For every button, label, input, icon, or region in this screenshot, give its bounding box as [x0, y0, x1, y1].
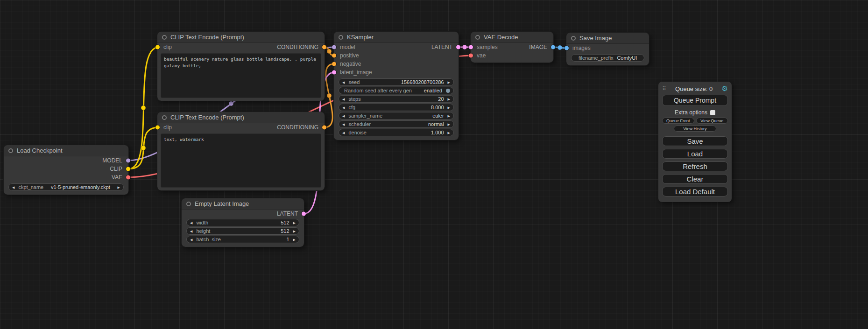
- queue-front-button[interactable]: Queue Front: [662, 118, 694, 124]
- clip-input-pin[interactable]: [155, 126, 160, 130]
- node-title-bar[interactable]: Save Image: [566, 33, 649, 44]
- increment-arrow-icon[interactable]: ▶: [448, 131, 450, 134]
- decrement-arrow-icon[interactable]: ◀: [342, 98, 345, 101]
- node-load-checkpoint[interactable]: Load Checkpoint MODEL CLIP VAE ◀ ckpt_na…: [4, 145, 128, 195]
- node-title-bar[interactable]: CLIP Text Encode (Prompt): [157, 32, 325, 43]
- next-value-arrow-icon[interactable]: ▶: [448, 123, 450, 126]
- prev-value-arrow-icon[interactable]: ◀: [342, 114, 345, 118]
- vae-input-pin[interactable]: [469, 54, 473, 58]
- node-collapse-dot-icon[interactable]: [8, 148, 13, 153]
- prompt-textarea[interactable]: beautiful scenery nature glass bottle la…: [161, 53, 321, 98]
- widget-value: 156680208700286: [401, 80, 444, 85]
- widget-filename-prefix[interactable]: filename_prefix ComfyUI: [571, 54, 644, 62]
- view-queue-button[interactable]: View Queue: [696, 118, 728, 124]
- latent-output-pin[interactable]: [302, 212, 306, 216]
- increment-arrow-icon[interactable]: ▶: [448, 81, 450, 84]
- increment-arrow-icon[interactable]: ▶: [293, 238, 296, 241]
- widget-ckpt-name[interactable]: ◀ ckpt_name v1-5-pruned-emaonly.ckpt ▶: [8, 183, 124, 191]
- slot-label: samples: [477, 44, 498, 50]
- decrement-arrow-icon[interactable]: ◀: [342, 81, 345, 84]
- output-slot-vae: VAE: [4, 173, 128, 182]
- widget-cfg[interactable]: ◀ cfg 8.000 ▶: [339, 104, 454, 111]
- next-value-arrow-icon[interactable]: ▶: [118, 186, 120, 189]
- images-input-pin[interactable]: [565, 46, 569, 50]
- prompt-textarea[interactable]: text, watermark: [161, 133, 321, 188]
- clip-output-pin[interactable]: [126, 167, 130, 171]
- node-title-bar[interactable]: Empty Latent Image: [182, 198, 304, 210]
- next-value-arrow-icon[interactable]: ▶: [448, 114, 450, 118]
- node-save-image[interactable]: Save Image images filename_prefix ComfyU…: [566, 33, 649, 65]
- widget-width[interactable]: ◀ width 512 ▶: [186, 219, 299, 226]
- vae-output-pin[interactable]: [126, 175, 130, 180]
- widget-height[interactable]: ◀ height 512 ▶: [186, 227, 299, 235]
- node-collapse-dot-icon[interactable]: [339, 35, 343, 40]
- node-ksampler[interactable]: KSampler model LATENT positive negative …: [334, 32, 459, 140]
- negative-input-pin[interactable]: [332, 62, 336, 66]
- settings-gear-icon[interactable]: ⚙: [722, 84, 728, 93]
- node-title: CLIP Text Encode (Prompt): [170, 34, 244, 41]
- view-history-button[interactable]: View History: [674, 126, 716, 132]
- slot-row: samples IMAGE: [471, 43, 553, 51]
- clip-input-pin[interactable]: [155, 45, 160, 49]
- node-title-bar[interactable]: KSampler: [334, 32, 459, 43]
- widget-value: 512: [281, 229, 289, 234]
- node-empty-latent-image[interactable]: Empty Latent Image LATENT ◀ width 512 ▶ …: [182, 198, 304, 247]
- node-clip-text-encode-negative[interactable]: CLIP Text Encode (Prompt) clip CONDITION…: [157, 112, 325, 190]
- prev-value-arrow-icon[interactable]: ◀: [342, 123, 345, 126]
- latent-image-input-pin[interactable]: [332, 70, 336, 75]
- drag-handle-icon[interactable]: ⠿: [662, 85, 666, 92]
- conditioning-output-pin[interactable]: [322, 126, 326, 130]
- node-title-bar[interactable]: VAE Decode: [471, 32, 553, 43]
- refresh-button[interactable]: Refresh: [662, 161, 728, 171]
- node-title-bar[interactable]: CLIP Text Encode (Prompt): [157, 112, 325, 123]
- wire-clip-to-negative-prompt: [128, 127, 159, 169]
- wire-clip-bottom-midpoint-dot: [141, 146, 146, 150]
- image-output-pin[interactable]: [551, 45, 555, 49]
- toggle-indicator-icon[interactable]: [446, 89, 450, 93]
- widget-sampler-name[interactable]: ◀ sampler_name euler ▶: [339, 112, 454, 119]
- node-title-bar[interactable]: Load Checkpoint: [4, 145, 128, 156]
- samples-input-pin[interactable]: [469, 45, 473, 49]
- widget-denoise[interactable]: ◀ denoise 1.000 ▶: [339, 129, 454, 136]
- extra-options-label: Extra options: [675, 109, 707, 116]
- input-slot-negative: negative: [334, 60, 459, 68]
- node-collapse-dot-icon[interactable]: [571, 36, 576, 41]
- slot-label: LATENT: [431, 44, 452, 50]
- load-button[interactable]: Load: [662, 149, 728, 159]
- model-output-pin[interactable]: [126, 159, 130, 163]
- queue-menu-panel[interactable]: ⠿ Queue size: 0 ⚙ Queue Prompt Extra opt…: [658, 82, 732, 202]
- node-vae-decode[interactable]: VAE Decode samples IMAGE vae: [471, 32, 553, 63]
- decrement-arrow-icon[interactable]: ◀: [342, 131, 345, 134]
- model-input-pin[interactable]: [332, 45, 336, 49]
- clear-button[interactable]: Clear: [662, 174, 728, 184]
- node-collapse-dot-icon[interactable]: [475, 35, 480, 40]
- load-default-button[interactable]: Load Default: [662, 187, 728, 196]
- save-button[interactable]: Save: [662, 136, 728, 146]
- widget-random-seed-toggle[interactable]: Random seed after every gen enabled: [339, 87, 454, 94]
- latent-output-pin[interactable]: [456, 45, 460, 49]
- queue-prompt-button[interactable]: Queue Prompt: [662, 95, 728, 106]
- increment-arrow-icon[interactable]: ▶: [293, 221, 296, 224]
- increment-arrow-icon[interactable]: ▶: [293, 230, 296, 233]
- increment-arrow-icon[interactable]: ▶: [448, 106, 450, 109]
- decrement-arrow-icon[interactable]: ◀: [342, 106, 345, 109]
- wire-clip-top-midpoint-dot: [141, 105, 146, 110]
- node-graph-canvas[interactable]: Load Checkpoint MODEL CLIP VAE ◀ ckpt_na…: [0, 0, 868, 329]
- node-clip-text-encode-positive[interactable]: CLIP Text Encode (Prompt) clip CONDITION…: [157, 32, 325, 101]
- node-collapse-dot-icon[interactable]: [162, 35, 167, 40]
- node-collapse-dot-icon[interactable]: [162, 115, 167, 120]
- decrement-arrow-icon[interactable]: ◀: [190, 230, 192, 233]
- widget-steps[interactable]: ◀ steps 20 ▶: [339, 95, 454, 103]
- slot-row: clip CONDITIONING: [157, 123, 325, 132]
- widget-scheduler[interactable]: ◀ scheduler normal ▶: [339, 120, 454, 128]
- decrement-arrow-icon[interactable]: ◀: [190, 221, 192, 224]
- extra-options-checkbox[interactable]: [710, 110, 715, 115]
- widget-batch-size[interactable]: ◀ batch_size 1 ▶: [186, 236, 299, 243]
- node-collapse-dot-icon[interactable]: [186, 202, 191, 206]
- conditioning-output-pin[interactable]: [322, 45, 326, 49]
- widget-seed[interactable]: ◀ seed 156680208700286 ▶: [339, 78, 454, 86]
- prev-value-arrow-icon[interactable]: ◀: [12, 186, 14, 189]
- decrement-arrow-icon[interactable]: ◀: [190, 238, 192, 241]
- positive-input-pin[interactable]: [332, 54, 336, 58]
- increment-arrow-icon[interactable]: ▶: [448, 98, 450, 101]
